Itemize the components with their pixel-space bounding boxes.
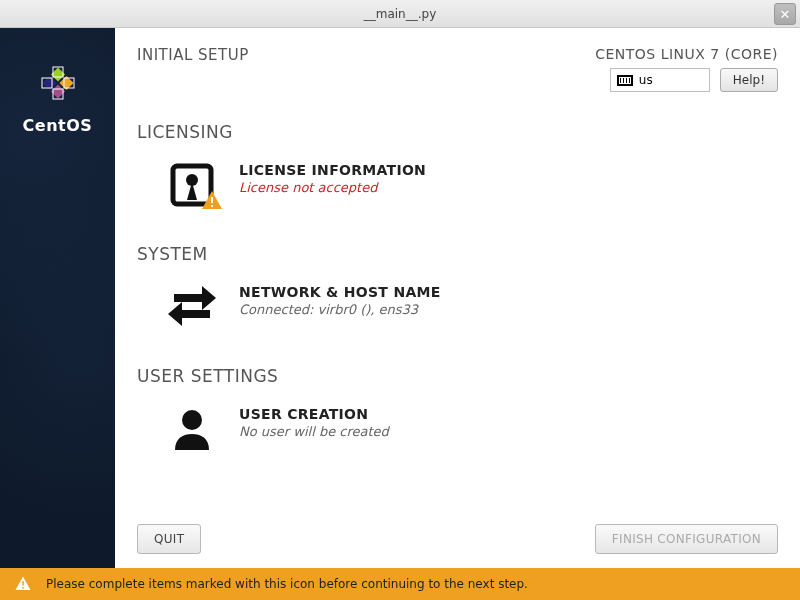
warning-icon bbox=[14, 575, 32, 593]
help-button[interactable]: Help! bbox=[720, 68, 778, 92]
header: INITIAL SETUP CENTOS LINUX 7 (CORE) us H… bbox=[115, 28, 800, 102]
page-title: INITIAL SETUP bbox=[137, 46, 249, 64]
section-heading-user: USER SETTINGS bbox=[137, 366, 778, 386]
quit-button[interactable]: QUIT bbox=[137, 524, 201, 554]
window-titlebar: __main__.py ✕ bbox=[0, 0, 800, 28]
spoke-title: NETWORK & HOST NAME bbox=[239, 284, 441, 300]
content-area: LICENSING LICENSE INFORMATION bbox=[115, 102, 800, 514]
svg-rect-11 bbox=[211, 205, 213, 207]
user-icon bbox=[163, 404, 221, 454]
spoke-title: LICENSE INFORMATION bbox=[239, 162, 426, 178]
svg-rect-14 bbox=[22, 587, 24, 589]
svg-rect-13 bbox=[22, 581, 24, 586]
keyboard-layout-value: us bbox=[639, 73, 653, 87]
spoke-title: USER CREATION bbox=[239, 406, 389, 422]
close-icon: ✕ bbox=[780, 7, 791, 22]
spoke-user-creation[interactable]: USER CREATION No user will be created bbox=[137, 400, 778, 468]
spoke-network-hostname[interactable]: NETWORK & HOST NAME Connected: virbr0 ()… bbox=[137, 278, 778, 346]
sidebar: CentOS bbox=[0, 28, 115, 568]
spoke-license-information[interactable]: LICENSE INFORMATION License not accepted bbox=[137, 156, 778, 224]
banner-message: Please complete items marked with this i… bbox=[46, 577, 528, 591]
window-close-button[interactable]: ✕ bbox=[774, 3, 796, 25]
section-heading-licensing: LICENSING bbox=[137, 122, 778, 142]
warning-icon bbox=[200, 189, 224, 213]
keyboard-icon bbox=[617, 75, 633, 86]
network-icon bbox=[163, 282, 221, 332]
footer: QUIT FINISH CONFIGURATION bbox=[115, 514, 800, 568]
svg-point-12 bbox=[182, 410, 202, 430]
main-panel: INITIAL SETUP CENTOS LINUX 7 (CORE) us H… bbox=[115, 28, 800, 568]
license-icon bbox=[163, 160, 221, 210]
finish-configuration-button[interactable]: FINISH CONFIGURATION bbox=[595, 524, 778, 554]
window-title: __main__.py bbox=[364, 7, 437, 21]
sidebar-brand: CentOS bbox=[23, 116, 93, 135]
spoke-status: No user will be created bbox=[239, 424, 389, 439]
svg-rect-10 bbox=[211, 197, 213, 203]
spoke-status: Connected: virbr0 (), ens33 bbox=[239, 302, 441, 317]
warning-banner: Please complete items marked with this i… bbox=[0, 568, 800, 600]
spoke-status: License not accepted bbox=[239, 180, 426, 195]
keyboard-layout-selector[interactable]: us bbox=[610, 68, 710, 92]
centos-logo-icon bbox=[33, 58, 83, 108]
distro-label: CENTOS LINUX 7 (CORE) bbox=[595, 46, 778, 62]
section-heading-system: SYSTEM bbox=[137, 244, 778, 264]
